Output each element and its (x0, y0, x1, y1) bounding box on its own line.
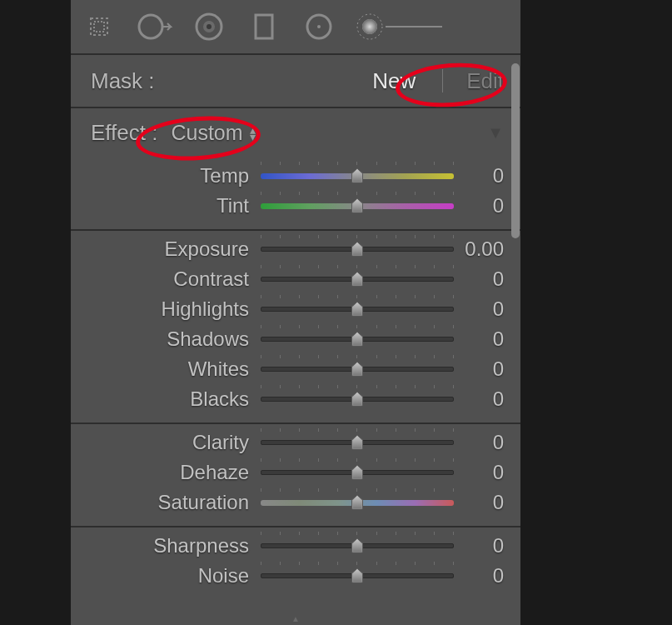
slider-label-clarity: Clarity (71, 431, 261, 454)
slider-row-exposure: Exposure0.00 (71, 234, 520, 264)
slider-whites[interactable] (261, 360, 454, 378)
slider-label-highlights: Highlights (71, 298, 261, 321)
slider-handle-highlights[interactable] (351, 301, 365, 317)
slider-value-exposure[interactable]: 0.00 (454, 238, 504, 261)
slider-value-clarity[interactable]: 0 (454, 431, 504, 454)
slider-sharpness[interactable] (261, 537, 454, 555)
slider-row-blacks: Blacks0 (71, 384, 520, 414)
slider-value-noise[interactable]: 0 (454, 564, 504, 588)
slider-group-detail: Sharpness0Noise0 (71, 528, 520, 599)
slider-label-whites: Whites (71, 358, 261, 381)
radial-filter-tool-icon[interactable] (299, 7, 339, 47)
crop-tool-icon[interactable] (79, 7, 119, 47)
slider-row-clarity: Clarity0 (71, 428, 520, 458)
slider-row-noise: Noise0 (71, 561, 520, 591)
svg-point-11 (362, 19, 377, 34)
mask-edit-button: Edit (466, 68, 504, 94)
slider-shadows[interactable] (261, 330, 454, 348)
slider-handle-tint[interactable] (351, 198, 365, 213)
slider-row-whites: Whites0 (71, 354, 520, 384)
effect-label: Effect : (91, 120, 157, 146)
slider-row-contrast: Contrast0 (71, 264, 520, 294)
slider-label-saturation: Saturation (71, 491, 261, 514)
slider-label-shadows: Shadows (71, 328, 261, 351)
slider-value-highlights[interactable]: 0 (454, 298, 504, 321)
slider-row-sharpness: Sharpness0 (71, 531, 520, 561)
slider-row-temp: Temp0 (71, 161, 520, 191)
slider-tint[interactable] (261, 197, 454, 215)
slider-blacks[interactable] (261, 390, 454, 408)
slider-label-temp: Temp (71, 164, 261, 188)
red-eye-tool-icon[interactable] (189, 7, 229, 47)
slider-noise[interactable] (261, 567, 454, 585)
slider-saturation[interactable] (261, 493, 454, 512)
panel-resize-handle-icon[interactable]: ▲ (291, 614, 300, 623)
svg-point-5 (207, 24, 212, 29)
slider-handle-sharpness[interactable] (351, 538, 365, 553)
slider-handle-exposure[interactable] (351, 241, 365, 257)
slider-exposure[interactable] (261, 240, 454, 258)
slider-value-dehaze[interactable]: 0 (454, 461, 504, 484)
effect-preset-select[interactable]: Custom ▴▾ (171, 121, 255, 145)
masking-panel: Mask : New Edit Effect : Custom ▴▾ ▼ Tem… (71, 0, 520, 625)
brush-size-track[interactable] (386, 26, 442, 28)
svg-point-2 (139, 15, 162, 38)
slider-label-noise: Noise (71, 564, 261, 588)
panel-scrollbar[interactable] (511, 63, 520, 238)
svg-rect-6 (256, 15, 272, 38)
slider-label-tint: Tint (71, 194, 261, 218)
effect-header: Effect : Custom ▴▾ ▼ (71, 108, 520, 158)
slider-group-presence: Clarity0Dehaze0Saturation0 (71, 424, 520, 528)
effect-preset-value: Custom (171, 121, 242, 145)
slider-row-saturation: Saturation0 (71, 488, 520, 518)
slider-handle-saturation[interactable] (351, 494, 365, 510)
slider-value-tint[interactable]: 0 (454, 194, 504, 218)
slider-clarity[interactable] (261, 433, 454, 452)
mask-new-button[interactable]: New (369, 68, 419, 94)
slider-label-sharpness: Sharpness (71, 534, 261, 558)
slider-value-sharpness[interactable]: 0 (454, 534, 504, 558)
slider-row-shadows: Shadows0 (71, 324, 520, 354)
slider-value-blacks[interactable]: 0 (454, 388, 504, 411)
slider-handle-noise[interactable] (351, 568, 365, 583)
slider-contrast[interactable] (261, 270, 454, 288)
mask-mode-row: Mask : New Edit (71, 55, 520, 108)
slider-label-dehaze: Dehaze (71, 461, 261, 484)
slider-group-wb: Temp0Tint0 (71, 158, 520, 231)
slider-handle-dehaze[interactable] (351, 464, 365, 480)
slider-value-saturation[interactable]: 0 (454, 491, 504, 514)
slider-temp[interactable] (261, 167, 454, 185)
slider-handle-temp[interactable] (351, 168, 365, 183)
slider-handle-contrast[interactable] (351, 271, 365, 287)
slider-row-tint: Tint0 (71, 191, 520, 221)
panel-disclose-icon[interactable]: ▼ (487, 123, 504, 142)
slider-label-contrast: Contrast (71, 268, 261, 291)
mask-divider (442, 69, 443, 92)
slider-group-tone: Exposure0.00Contrast0Highlights0Shadows0… (71, 231, 520, 424)
slider-row-highlights: Highlights0 (71, 294, 520, 324)
slider-handle-blacks[interactable] (351, 391, 365, 407)
svg-rect-1 (94, 22, 104, 32)
slider-handle-whites[interactable] (351, 361, 365, 377)
slider-value-shadows[interactable]: 0 (454, 328, 504, 351)
slider-handle-shadows[interactable] (351, 331, 365, 347)
mask-label: Mask : (91, 68, 155, 94)
adjustment-brush-tool-icon[interactable] (354, 7, 442, 47)
slider-value-whites[interactable]: 0 (454, 358, 504, 381)
tool-strip (71, 0, 520, 55)
svg-point-8 (317, 25, 321, 28)
slider-dehaze[interactable] (261, 463, 454, 482)
spot-removal-tool-icon[interactable] (134, 7, 174, 47)
slider-label-blacks: Blacks (71, 388, 261, 411)
slider-value-contrast[interactable]: 0 (454, 268, 504, 291)
slider-highlights[interactable] (261, 300, 454, 318)
slider-value-temp[interactable]: 0 (454, 164, 504, 188)
slider-row-dehaze: Dehaze0 (71, 458, 520, 488)
select-stepper-icon: ▴▾ (250, 127, 256, 140)
graduated-filter-tool-icon[interactable] (244, 7, 284, 47)
slider-handle-clarity[interactable] (351, 434, 365, 450)
slider-label-exposure: Exposure (71, 238, 261, 261)
